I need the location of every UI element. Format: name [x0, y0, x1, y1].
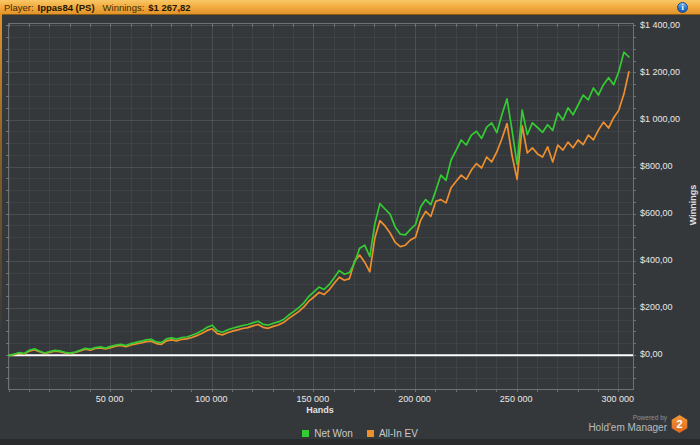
brand-mark: Powered by Hold'em Manager 2	[588, 414, 688, 433]
brand-label: Hold'em Manager	[588, 422, 667, 433]
y-tick-label: $600,00	[640, 208, 673, 218]
x-axis-title: Hands	[8, 405, 632, 415]
x-tick-label: 300 000	[601, 394, 634, 404]
info-icon[interactable]: i	[677, 2, 688, 13]
legend-item: All-In EV	[367, 428, 418, 439]
x-tick-label: 50 000	[96, 394, 124, 404]
x-tick-label: 200 000	[398, 394, 431, 404]
powered-by-label: Powered by	[633, 414, 667, 422]
legend-label: Net Won	[314, 428, 353, 439]
window-left-edge	[0, 14, 2, 394]
x-tick-label: 100 000	[195, 394, 228, 404]
bottom-strip	[0, 439, 700, 445]
chart-panel	[8, 23, 634, 390]
player-name: Ippas84 (PS)	[38, 2, 95, 13]
winnings-chart	[9, 24, 633, 389]
legend-item: Net Won	[302, 428, 353, 439]
y-axis-title: Winnings	[688, 175, 698, 235]
y-tick-label: $200,00	[640, 302, 673, 312]
y-tick-label: $0,00	[640, 349, 663, 359]
x-tick-label: 250 000	[500, 394, 533, 404]
x-tick-label: 150 000	[297, 394, 330, 404]
legend-label: All-In EV	[379, 428, 418, 439]
title-bar: Player: Ippas84 (PS) Winnings: $1 267,82…	[0, 0, 700, 15]
player-label: Player:	[4, 2, 34, 13]
winnings-value: $1 267,82	[148, 2, 190, 13]
y-tick-label: $1 200,00	[640, 67, 680, 77]
y-tick-label: $400,00	[640, 255, 673, 265]
legend-swatch-icon	[367, 430, 374, 437]
winnings-label: Winnings:	[103, 2, 145, 13]
y-tick-label: $800,00	[640, 161, 673, 171]
y-tick-label: $1 400,00	[640, 20, 680, 30]
y-tick-label: $1 000,00	[640, 114, 680, 124]
legend-swatch-icon	[302, 430, 309, 437]
hm2-badge-icon: 2	[671, 415, 688, 433]
